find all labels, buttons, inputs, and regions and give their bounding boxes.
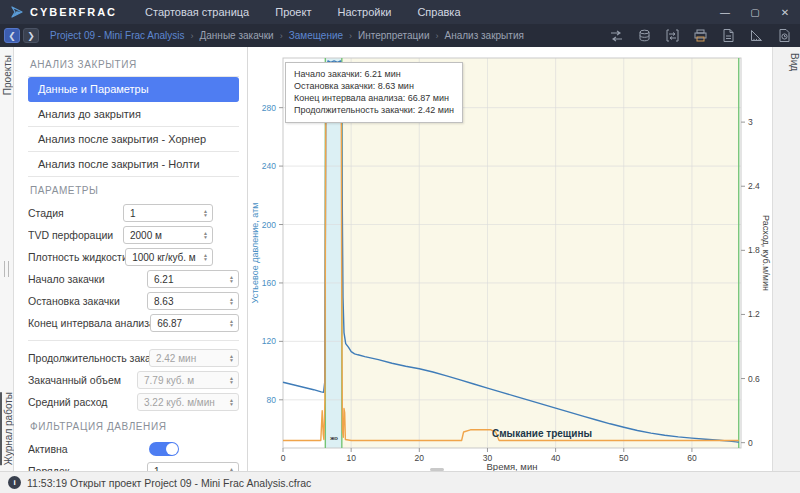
nav-button-2[interactable]: Анализ до закрытия xyxy=(28,102,239,127)
tooltip-line: Конец интервала анализа: 66.87 мин xyxy=(294,92,454,104)
axis-text: Смыкание трещины xyxy=(492,428,592,439)
spinner-input[interactable]: 1▲▼ xyxy=(147,462,239,471)
breadcrumb-item-5: Анализ закрытия xyxy=(445,30,524,41)
nav-button-4[interactable]: Анализ после закрытия - Нолти xyxy=(28,152,239,177)
axis-text: 240 xyxy=(262,161,276,171)
breadcrumb-separator: › xyxy=(280,31,283,41)
param-label: TVD перфорации xyxy=(28,229,123,241)
right-tab-strip: Вид xyxy=(772,47,800,471)
tab-journal[interactable]: Журнал работы xyxy=(0,392,14,465)
history-icon[interactable] xyxy=(777,28,792,43)
database-icon[interactable] xyxy=(637,28,652,43)
param-label: Конец интервала анализа xyxy=(28,317,150,329)
axis-text: 10 xyxy=(346,453,356,463)
spinner-arrows[interactable]: ▲▼ xyxy=(199,209,212,217)
nav-button-1[interactable]: Данные и Параметры xyxy=(28,77,239,102)
breadcrumb-separator: › xyxy=(436,31,439,41)
axis-text: жо xyxy=(329,435,338,441)
axis-text: Время, мин xyxy=(487,461,538,471)
spinner-arrows[interactable]: ▲▼ xyxy=(199,231,212,239)
spinner-value: 2.42 мин xyxy=(156,353,225,364)
nav-back-button[interactable]: ❮ xyxy=(4,28,20,43)
spinner-value: 3.22 куб. м/мин xyxy=(144,397,225,408)
breadcrumb-item-3[interactable]: Замещение xyxy=(289,30,343,41)
tooltip-line: Начало закачки: 6.21 мин xyxy=(294,68,454,80)
maximize-button[interactable]: ▢ xyxy=(740,0,770,24)
window-controls: —▢✕ xyxy=(710,0,800,24)
param-row: Начало закачки6.21▲▼ xyxy=(28,268,239,290)
close-button[interactable]: ✕ xyxy=(770,0,800,24)
axis-text: 80 xyxy=(267,395,277,405)
param-row: Закачанный объем7.79 куб. м▲▼ xyxy=(28,369,239,391)
toggle-knob xyxy=(166,443,178,455)
spinner-value: 6.21 xyxy=(154,274,225,285)
spinner-input[interactable]: 66.87▲▼ xyxy=(150,314,239,332)
nav-forward-button[interactable]: ❯ xyxy=(23,28,39,43)
analysis-nav: Данные и ПараметрыАнализ до закрытияАнал… xyxy=(28,76,239,177)
cyberfrac-logo-icon xyxy=(10,5,24,19)
axis-text: 0.6 xyxy=(748,374,760,384)
param-row: Конец интервала анализа66.87▲▼ xyxy=(28,312,239,334)
tab-projects[interactable]: Проекты xyxy=(0,55,14,95)
param-label: Средний расход xyxy=(28,396,137,408)
chart-panel: 8012016020024028000.61.21.82.43010203040… xyxy=(248,47,772,471)
spinner-arrows[interactable]: ▲▼ xyxy=(225,275,238,283)
left-tab-strip: Проекты Журнал работы xyxy=(0,47,14,471)
filter-row: Активна xyxy=(28,438,239,460)
ruler-icon[interactable] xyxy=(749,28,764,43)
export-icon[interactable] xyxy=(665,28,680,43)
param-label: Продолжительность закачки xyxy=(28,352,149,364)
spinner-arrows: ▲▼ xyxy=(225,398,238,406)
spinner-input[interactable]: 6.21▲▼ xyxy=(147,270,239,288)
compare-icon[interactable] xyxy=(609,28,624,43)
param-label: Стадия xyxy=(28,207,123,219)
spinner-input[interactable]: 2000 м▲▼ xyxy=(123,226,213,244)
menu-item-4[interactable]: Справка xyxy=(417,6,460,18)
report-icon[interactable] xyxy=(721,28,736,43)
spinner-arrows[interactable]: ▲▼ xyxy=(199,253,212,261)
axis-text: Устьевое давление, атм xyxy=(250,203,260,304)
param-row: Плотность жидкости1000 кг/куб. м▲▼ xyxy=(28,246,239,268)
breadcrumb-bar: ❮ ❯ Project 09 - Mini Frac Analysis›Данн… xyxy=(0,24,800,47)
print-icon[interactable] xyxy=(693,28,708,43)
minimize-button[interactable]: — xyxy=(710,0,740,24)
panel-splitter-grip[interactable] xyxy=(4,261,9,277)
param-row: TVD перфорации2000 м▲▼ xyxy=(28,224,239,246)
spinner-arrows[interactable]: ▲▼ xyxy=(225,297,238,305)
param-label: Плотность жидкости xyxy=(28,251,125,263)
param-label: Начало закачки xyxy=(28,273,147,285)
menu-item-1[interactable]: Стартовая страница xyxy=(145,6,249,18)
breadcrumb-item-1[interactable]: Project 09 - Mini Frac Analysis xyxy=(50,30,185,41)
spinner-value: 1 xyxy=(130,208,199,219)
tab-view[interactable]: Вид xyxy=(773,53,800,71)
spinner-arrows: ▲▼ xyxy=(225,354,238,362)
spinner-input[interactable]: 1000 кг/куб. м▲▼ xyxy=(125,248,213,266)
info-icon: i xyxy=(8,476,21,489)
menu-item-3[interactable]: Настройки xyxy=(337,6,391,18)
spinner-input[interactable]: 1▲▼ xyxy=(123,204,213,222)
spinner-value: 66.87 xyxy=(157,318,225,329)
status-text: 11:53:19 Открыт проект Project 09 - Mini… xyxy=(27,477,311,489)
app-logo: CYBERFRAC xyxy=(0,5,131,19)
bottom-splitter-handle[interactable] xyxy=(430,468,444,471)
title-bar: CYBERFRAC Стартовая страницаПроектНастро… xyxy=(0,0,800,24)
breadcrumb-separator: › xyxy=(191,31,194,41)
nav-button-3[interactable]: Анализ после закрытия - Хорнер xyxy=(28,127,239,152)
axis-text: Расход, куб.м/мин xyxy=(761,215,771,291)
spinner-input[interactable]: 8.63▲▼ xyxy=(147,292,239,310)
menu-item-2[interactable]: Проект xyxy=(275,6,311,18)
spinner-value: 1000 кг/куб. м xyxy=(132,252,199,263)
axis-text: 1.8 xyxy=(748,245,760,255)
filter-title: ФИЛЬТРАЦИЯ ДАВЛЕНИЯ xyxy=(30,421,239,432)
breadcrumb-separator: › xyxy=(349,31,352,41)
toolbar xyxy=(609,28,792,43)
param-row: Остановка закачки8.63▲▼ xyxy=(28,290,239,312)
spinner-arrows[interactable]: ▲▼ xyxy=(225,319,238,327)
axis-text: 20 xyxy=(415,453,425,463)
app-window: CYBERFRAC Стартовая страницаПроектНастро… xyxy=(0,0,800,493)
axis-text: 200 xyxy=(262,220,276,230)
axis-text: 1.2 xyxy=(748,309,760,319)
main-menu: Стартовая страницаПроектНастройкиСправка xyxy=(145,6,460,18)
toggle-switch[interactable] xyxy=(149,442,179,456)
breadcrumb: Project 09 - Mini Frac Analysis›Данные з… xyxy=(50,30,524,41)
